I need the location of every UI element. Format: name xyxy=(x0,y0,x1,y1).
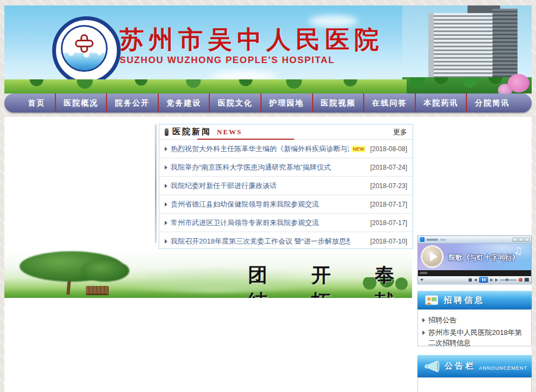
player-logo-icon xyxy=(420,237,425,242)
arrow-icon xyxy=(422,331,425,335)
announcement-list: 苏州市吴中人民医院二期工程决策事 吴中人民医院途经公交 吴中人民医院地理位置 xyxy=(417,377,532,392)
record-button[interactable] xyxy=(519,278,522,282)
arrow-icon xyxy=(165,165,167,170)
arrow-icon xyxy=(165,147,167,151)
red-underline xyxy=(197,139,294,140)
page: 苏州市吴中人民医院 SUZHOU WUZHONG PEOPLE'S HOSPIT… xyxy=(0,0,536,392)
video-caption: 院歌《与红十字同行》 xyxy=(448,253,519,263)
new-badge: NEW xyxy=(351,146,366,152)
recruit-item[interactable]: 招聘公告 xyxy=(422,315,527,326)
red-cross-icon xyxy=(75,34,94,53)
news-list: 热烈祝贺大外科主任陈革华主编的《新编外科疾病诊断与治 NEW [2018-08-… xyxy=(159,140,413,250)
hospital-building-photo xyxy=(402,5,532,94)
news-item-title[interactable]: 我院举办“南京医科大学医患沟通研究基地”揭牌仪式 xyxy=(171,163,331,172)
nav-item-nursing[interactable]: 护理园地 xyxy=(260,94,312,113)
previous-button[interactable] xyxy=(474,278,477,282)
news-item-date: [2018-07-17] xyxy=(366,201,407,208)
hospital-name: 苏州市吴中人民医院 SUZHOU WUZHONG PEOPLE'S HOSPIT… xyxy=(120,27,402,66)
arrow-icon xyxy=(165,184,167,188)
nav-item-overview[interactable]: 医院概况 xyxy=(55,94,107,113)
news-item-title[interactable]: 贵州省德江县妇幼保健院领导前来我院参观交流 xyxy=(171,200,319,209)
slogan-banner: 团结 开拓 奉献 xyxy=(4,250,412,298)
nav-item-affairs[interactable]: 院务公开 xyxy=(106,94,158,113)
news-panel: 医院新闻 NEWS 更多 热烈祝贺大外科主任陈革华主编的《新编外科疾病诊断与治 … xyxy=(159,124,413,249)
slogan-word: 奉献 xyxy=(375,262,412,298)
news-item-title[interactable]: 我院召开2018年度第三次党委工作会议 暨“进一步解放思想 xyxy=(171,237,350,246)
site-header: 苏州市吴中人民医院 SUZHOU WUZHONG PEOPLE'S HOSPIT… xyxy=(4,5,532,94)
hospital-name-en: SUZHOU WUZHONG PEOPLE'S HOSPITAL xyxy=(120,55,402,66)
nav-item-home[interactable]: 首页 xyxy=(18,94,55,113)
tree-decor xyxy=(80,260,129,282)
player-title-text xyxy=(426,239,438,241)
hospital-logo xyxy=(52,16,121,85)
news-item[interactable]: 贵州省德江县妇幼保健院领导前来我院参观交流 [2018-07-17] xyxy=(159,195,413,214)
player-screen: ♫ ♪ 院歌《与红十字同行》 xyxy=(418,244,531,270)
arrow-icon xyxy=(165,221,167,225)
next-button[interactable] xyxy=(490,278,493,282)
news-item[interactable]: 常州市武进区卫计局领导专家前来我院参观交流 [2018-07-17] xyxy=(159,214,413,232)
slogan-text: 团结 开拓 奉献 xyxy=(248,262,412,298)
pause-button[interactable] xyxy=(479,277,488,283)
hospital-name-cn: 苏州市吴中人民医院 xyxy=(120,27,402,53)
player-controls xyxy=(418,276,531,283)
news-header: 医院新闻 NEWS 更多 xyxy=(159,125,413,140)
arrow-icon xyxy=(422,318,425,322)
news-item[interactable]: 热烈祝贺大外科主任陈革华主编的《新编外科疾病诊断与治 NEW [2018-08-… xyxy=(159,140,413,158)
recruit-item[interactable]: 苏州市吴中人民医院2018年第二次招聘信息 xyxy=(422,328,527,349)
stop-button[interactable] xyxy=(469,278,472,282)
news-item-title[interactable]: 我院纪委对新任干部进行廉政谈话 xyxy=(171,181,277,191)
recruit-icon xyxy=(425,295,438,305)
news-item[interactable]: 我院纪委对新任干部进行廉政谈话 [2018-07-23] xyxy=(159,177,413,195)
nav-item-party[interactable]: 党务建设 xyxy=(158,94,209,113)
play-button[interactable] xyxy=(421,245,444,268)
player-seekbar[interactable] xyxy=(418,270,531,276)
minimize-icon[interactable] xyxy=(513,238,518,242)
announcement-title-en: ANNOUNCEMENT xyxy=(479,365,527,371)
arrow-icon xyxy=(165,239,167,244)
slogan-word: 开拓 xyxy=(311,262,349,298)
nav-item-video[interactable]: 医院视频 xyxy=(312,94,364,113)
news-item-date: [2018-07-24] xyxy=(366,164,407,171)
slogan-word: 团结 xyxy=(248,262,285,298)
player-titlebar xyxy=(418,236,531,244)
player-subtitle-text xyxy=(440,239,446,241)
volume-icon[interactable] xyxy=(495,278,498,282)
news-more-link[interactable]: 更多 xyxy=(393,127,407,137)
maximize-icon[interactable] xyxy=(519,238,523,242)
arrow-icon xyxy=(165,202,167,207)
main-nav: 首页 医院概况 院务公开 党务建设 医院文化 护理园地 医院视频 在线问答 本院… xyxy=(4,94,532,113)
news-item[interactable]: 我院举办“南京医科大学医患沟通研究基地”揭牌仪式 [2018-07-24] xyxy=(159,158,413,177)
nav-item-qa[interactable]: 在线问答 xyxy=(363,94,415,113)
nav-item-culture[interactable]: 医院文化 xyxy=(209,94,260,113)
news-item-title[interactable]: 常州市武进区卫计局领导专家前来我院参观交流 xyxy=(171,218,319,228)
grass-decor xyxy=(4,79,407,94)
news-title: 医院新闻 xyxy=(172,127,211,137)
video-player: ♫ ♪ 院歌《与红十字同行》 xyxy=(417,235,532,284)
news-item-date: [2018-07-17] xyxy=(366,219,407,227)
close-icon[interactable] xyxy=(525,238,529,242)
playlist-dropdown-icon[interactable] xyxy=(420,279,423,281)
announcement-title: 公告栏 xyxy=(445,361,476,371)
main-content: 医院新闻 NEWS 更多 热烈祝贺大外科主任陈革华主编的《新编外科疾病诊断与治 … xyxy=(4,117,532,392)
recruit-header: 招聘信息 xyxy=(417,291,532,309)
megaphone-icon xyxy=(423,359,439,374)
recruit-list: 招聘公告 苏州市吴中人民医院2018年第二次招聘信息 xyxy=(417,309,532,346)
cloud-decor xyxy=(309,15,358,27)
bench-decor xyxy=(86,286,109,294)
news-item-date: [2018-07-23] xyxy=(366,182,407,190)
nav-item-pharmacy[interactable]: 本院药讯 xyxy=(415,94,466,113)
news-title-en: NEWS xyxy=(217,128,242,136)
message-button[interactable] xyxy=(525,278,529,282)
slideshow-placeholder xyxy=(155,125,157,243)
news-item-title[interactable]: 热烈祝贺大外科主任陈革华主编的《新编外科疾病诊断与治 xyxy=(171,144,349,154)
news-item[interactable]: 我院召开2018年度第三次党委工作会议 暨“进一步解放思想 [2018-07-1… xyxy=(159,232,413,250)
bullet-bar-icon xyxy=(165,128,169,136)
volume-slider[interactable] xyxy=(500,279,516,281)
news-item-date: [2018-08-08] xyxy=(366,145,407,153)
nav-item-branch[interactable]: 分院简讯 xyxy=(466,94,518,113)
news-item-date: [2018-07-10] xyxy=(366,238,407,245)
wave-decor xyxy=(63,53,106,70)
announcement-header: 公告栏 ANNOUNCEMENT xyxy=(417,355,532,377)
recruit-title: 招聘信息 xyxy=(444,295,485,306)
